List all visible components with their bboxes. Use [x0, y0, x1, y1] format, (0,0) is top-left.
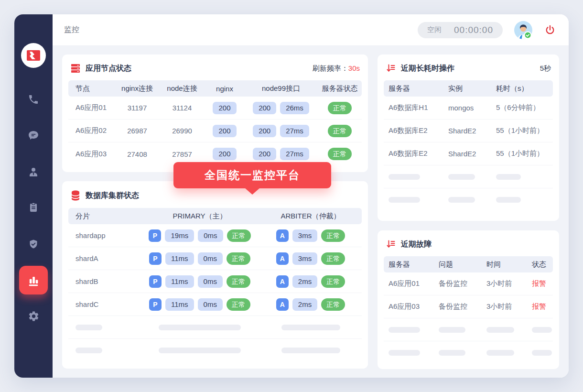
skeleton-bar [389, 174, 420, 180]
table-row: shardB P11ms0ms正常 A2ms正常 [68, 270, 362, 293]
idle-status-label: 空闲 [427, 25, 442, 34]
user-icon [28, 166, 39, 178]
skeleton-bar [448, 174, 475, 180]
node99-status-badge: 200 [253, 102, 276, 114]
sidebar-item-messages[interactable] [27, 129, 40, 142]
platform-callout-tooltip: 全国统一监控平台 [173, 162, 331, 188]
avatar[interactable] [514, 21, 532, 39]
arbiter-badge: A [276, 298, 289, 311]
skeleton-row [384, 318, 553, 341]
refresh-rate-value: 30s [348, 64, 360, 72]
phone-icon [28, 94, 39, 105]
idle-timer-pill[interactable]: 空闲 00:00:00 [418, 22, 503, 38]
primary-badge: P [149, 275, 162, 288]
server-name: A6数据库H1 [384, 103, 443, 112]
node-name: A6应用01 [68, 103, 114, 112]
skeleton-bar [496, 197, 521, 203]
table-row: A6应用01 备份监控 3小时前 报警 [384, 272, 553, 295]
status-badge: 正常 [227, 298, 250, 311]
skeleton-bar [439, 350, 465, 356]
skeleton-bar [159, 325, 241, 330]
table-row: A6数据库E2 ShardE2 55（1小时前） [384, 142, 553, 165]
sort-desc-icon [386, 63, 396, 74]
logout-power-button[interactable] [544, 24, 556, 36]
node99-latency-badge: 27ms [280, 125, 309, 137]
server-name: A6应用03 [384, 302, 434, 311]
table-row: A6数据库E2 ShardE2 55（1小时前） [384, 120, 553, 142]
skeleton-bar [439, 327, 465, 333]
server-name: A6应用01 [384, 279, 434, 288]
card-title: 近期长耗时操作 [401, 64, 454, 74]
table-row: shardapp P19ms0ms正常 A3ms正常 [68, 224, 362, 247]
alert-status: 报警 [527, 302, 553, 311]
card-title: 应用节点状态 [86, 64, 131, 74]
sidebar-item-monitoring-active[interactable] [19, 266, 48, 294]
skeleton-bar [532, 350, 552, 356]
sidebar-item-users[interactable] [27, 166, 40, 178]
app-logo[interactable] [21, 43, 46, 68]
skeleton-bar [448, 197, 475, 203]
status-badge: 正常 [321, 252, 345, 265]
node99-status-badge: 200 [253, 125, 276, 137]
skeleton-bar [486, 327, 514, 333]
table-header: 服务器 问题 时间 状态 [384, 256, 553, 272]
shield-icon [28, 239, 39, 250]
table-header: 节点 nginx连接 node连接 nginx node99接口 服务器状态 [68, 80, 362, 97]
skeleton-bar [532, 327, 552, 333]
sidebar-item-phone[interactable] [27, 93, 40, 106]
shard-name: shardA [68, 254, 140, 262]
nginx-status-badge: 200 [213, 125, 236, 137]
server-status-badge: 正常 [328, 125, 352, 137]
app-nodes-card: 应用节点状态 刷新频率：30s 节点 nginx连接 node连接 nginx … [62, 54, 368, 172]
skeleton-bar [159, 348, 241, 353]
gear-icon [28, 310, 40, 322]
timer-value: 00:00:00 [454, 25, 493, 35]
skeleton-bar [496, 174, 521, 180]
sidebar-item-settings[interactable] [27, 310, 40, 322]
failures-card: 近期故障 服务器 问题 时间 状态 A6应用01 备份监控 3小时前 报警 [378, 230, 559, 369]
alert-status: 报警 [527, 279, 553, 288]
power-icon [544, 24, 556, 36]
app-frame: 监控 空闲 00:00:00 [14, 14, 569, 378]
bar-chart-icon [27, 273, 40, 287]
node99-latency-badge: 26ms [280, 102, 309, 114]
table-row: A6数据库H1 mongos 5（6分钟前） [384, 97, 553, 120]
status-badge: 正常 [227, 229, 251, 242]
skeleton-bar [389, 327, 420, 333]
shard-name: shardC [68, 300, 140, 308]
shard-name: shardapp [68, 231, 140, 240]
skeleton-bar [389, 350, 420, 356]
skeleton-bar [76, 325, 102, 330]
shard-name: shardB [68, 277, 140, 285]
skeleton-row [384, 165, 553, 188]
node-name: A6应用03 [68, 150, 114, 159]
table-header: 分片 PRIMARY（主） ARBITER（仲裁） [68, 208, 362, 224]
status-badge: 正常 [321, 275, 345, 288]
arbiter-badge: A [276, 252, 289, 265]
refresh-rate[interactable]: 刷新频率：30s [313, 64, 360, 73]
primary-badge: P [149, 252, 162, 265]
threshold-badge: 5秒 [540, 64, 551, 73]
server-status-badge: 正常 [328, 148, 352, 160]
status-badge: 正常 [227, 252, 250, 265]
arbiter-badge: A [276, 229, 289, 242]
db-cluster-card: 数据库集群状态 分片 PRIMARY（主） ARBITER（仲裁） sharda… [62, 181, 368, 369]
table-row: shardC P11ms0ms正常 A2ms正常 [68, 293, 362, 316]
main-panel: 全国统一监控平台 [53, 46, 569, 378]
node-name: A6应用02 [68, 126, 114, 135]
database-icon [70, 190, 81, 201]
skeleton-row [384, 188, 553, 211]
nginx-status-badge: 200 [213, 148, 236, 160]
server-name: A6数据库E2 [384, 126, 443, 135]
primary-badge: P [149, 298, 162, 311]
sidebar-item-security[interactable] [27, 238, 40, 250]
table-row: A6应用03 备份监控 3小时前 报警 [384, 295, 553, 318]
sidebar-item-tasks[interactable] [27, 201, 40, 214]
node99-status-badge: 200 [253, 148, 276, 160]
table-row: A6应用01 31197 31124 200 20026ms 正常 [68, 97, 362, 120]
sort-desc-icon [386, 239, 396, 250]
chat-icon [28, 130, 39, 141]
page-title: 监控 [64, 25, 79, 35]
status-badge: 正常 [227, 275, 250, 288]
server-icon [70, 63, 81, 74]
